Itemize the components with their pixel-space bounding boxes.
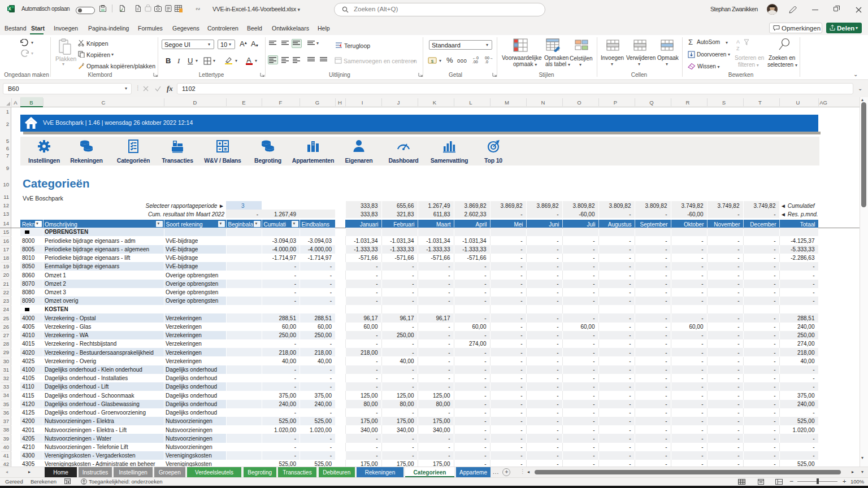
svg-text:Z: Z (736, 46, 740, 51)
svg-text:$: $ (431, 59, 434, 64)
svg-text:A: A (736, 39, 740, 45)
svg-text:X: X (8, 6, 11, 11)
